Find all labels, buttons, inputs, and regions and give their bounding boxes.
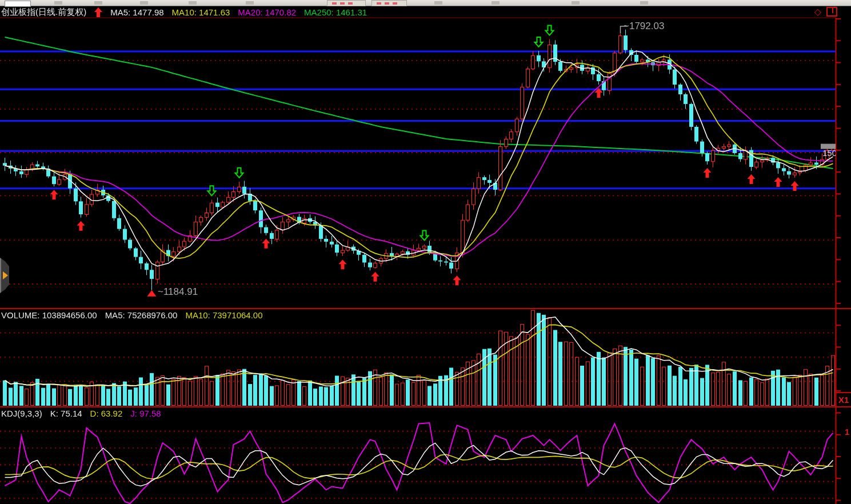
toolbar-button-stub[interactable]	[94, 1, 102, 5]
high-price-annotation: ~1792.03	[624, 21, 664, 32]
expand-arrow-icon	[3, 271, 8, 279]
ma20-value: MA20: 1470.82	[238, 7, 296, 17]
kdj-axis-label: 1	[845, 427, 850, 437]
kdj-k-value: K: 75.14	[50, 409, 82, 418]
volume-pane-header: VOLUME: 103894656.00 MA5: 75268976.00 MA…	[1, 310, 263, 320]
toolbar-button-stub[interactable]	[572, 1, 580, 5]
last-price-axis-label: 150	[822, 148, 836, 158]
toolbar-button-stub[interactable]	[189, 1, 197, 5]
toolbar-button-stub[interactable]	[640, 1, 648, 5]
restore-window-icon[interactable]	[826, 7, 837, 17]
toolbar-button-stub[interactable]	[246, 1, 254, 5]
volume-ma5-value: MA5: 75268976.00	[105, 310, 178, 320]
toolbar-button-stub[interactable]	[140, 1, 148, 5]
chart-canvas[interactable]	[0, 0, 851, 504]
toolbar-quote-button-2[interactable]	[371, 0, 407, 6]
toolbar-button-stub[interactable]	[434, 1, 442, 5]
toolbar-button-stub[interactable]	[492, 1, 500, 5]
toolbar-quote-button-1[interactable]	[327, 0, 366, 6]
trading-terminal: 创业板指(日线.前复权) MA5: 1477.98 MA10: 1471.63 …	[0, 0, 851, 504]
chart-title: 创业板指(日线.前复权)	[1, 7, 86, 18]
ma10-value: MA10: 1471.63	[172, 7, 230, 17]
up-arrow-icon	[94, 7, 102, 17]
kdj-title: KDJ(9,3,3)	[1, 409, 42, 418]
main-chart-header: 创业板指(日线.前复权) MA5: 1477.98 MA10: 1471.63 …	[1, 6, 367, 18]
volume-axis-multiplier-label: X1	[838, 395, 849, 405]
kdj-pane-header: KDJ(9,3,3) K: 75.14 D: 63.92 J: 97.58	[1, 408, 161, 418]
low-price-annotation: ~1184.91	[158, 286, 198, 298]
top-toolbar-clipped	[0, 0, 851, 6]
diamond-icon[interactable]: ◇	[814, 7, 821, 17]
ma250-value: MA250: 1461.31	[304, 7, 367, 17]
kdj-j-value: J: 97.58	[130, 409, 161, 418]
ma5-value: MA5: 1477.98	[110, 7, 163, 17]
volume-ma10-value: MA10: 73971064.00	[185, 310, 262, 320]
pane-window-controls: ◇	[814, 7, 837, 17]
volume-value: VOLUME: 103894656.00	[1, 310, 97, 320]
kdj-d-value: D: 63.92	[90, 409, 123, 418]
toolbar-button-stub[interactable]	[54, 1, 62, 5]
